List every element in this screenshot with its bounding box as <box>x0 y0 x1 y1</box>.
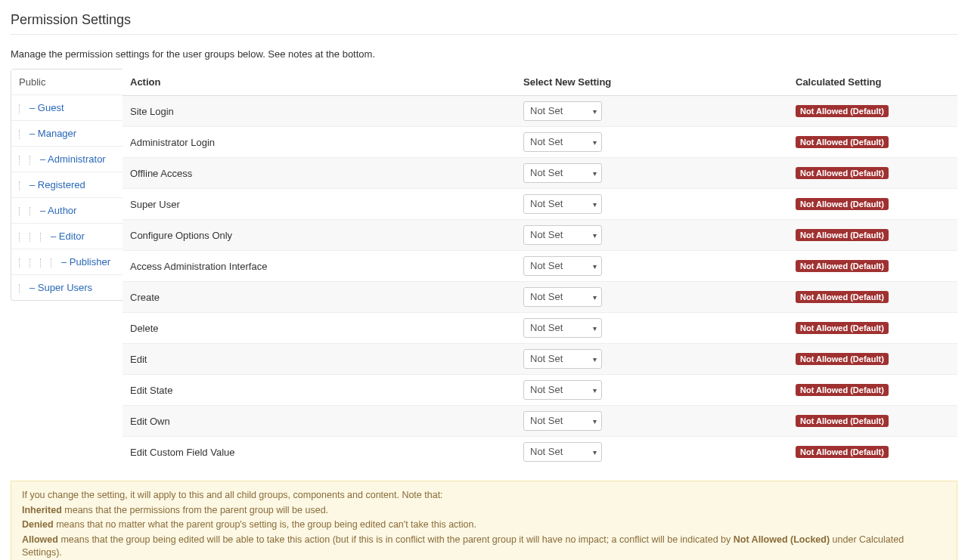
calc-cell: Not Allowed (Default) <box>788 406 957 437</box>
status-badge: Not Allowed (Default) <box>796 415 889 427</box>
calc-cell: Not Allowed (Default) <box>788 375 957 406</box>
group-tab[interactable]: – Registered <box>11 172 123 197</box>
permission-select[interactable]: Not SetInheritedAllowedDenied <box>523 256 602 276</box>
action-cell: Access Administration Interface <box>123 251 516 282</box>
permission-select[interactable]: Not SetInheritedAllowedDenied <box>523 163 602 183</box>
notes-line-denied: Denied means that no matter what the par… <box>22 518 946 532</box>
calc-cell: Not Allowed (Default) <box>788 251 957 282</box>
table-row: Administrator LoginNot SetInheritedAllow… <box>123 127 957 158</box>
permission-select[interactable]: Not SetInheritedAllowedDenied <box>523 442 602 462</box>
table-row: Offline AccessNot SetInheritedAllowedDen… <box>123 158 957 189</box>
table-row: CreateNot SetInheritedAllowedDeniedNot A… <box>123 282 957 313</box>
status-badge: Not Allowed (Default) <box>796 353 889 365</box>
group-tab[interactable]: – Guest <box>11 95 123 120</box>
group-tab[interactable]: – Publisher <box>11 249 123 274</box>
table-row: Configure Options OnlyNot SetInheritedAl… <box>123 220 957 251</box>
calc-cell: Not Allowed (Default) <box>788 282 957 313</box>
indent-marker <box>29 233 36 242</box>
status-badge: Not Allowed (Default) <box>796 136 889 148</box>
select-cell: Not SetInheritedAllowedDenied <box>516 96 788 127</box>
group-tab-label: – Administrator <box>40 153 106 165</box>
action-cell: Edit <box>123 344 516 375</box>
status-badge: Not Allowed (Default) <box>796 260 889 272</box>
indent-marker <box>51 258 57 268</box>
permission-select[interactable]: Not SetInheritedAllowedDenied <box>523 380 602 400</box>
permissions-panel: Public– Guest– Manager– Administrator– R… <box>11 69 957 467</box>
group-tab[interactable]: – Author <box>11 198 123 223</box>
calc-cell: Not Allowed (Default) <box>788 313 957 344</box>
action-cell: Edit State <box>123 375 516 406</box>
action-cell: Offline Access <box>123 158 516 189</box>
calc-cell: Not Allowed (Default) <box>788 344 957 375</box>
indent-marker <box>29 258 36 268</box>
indent-marker <box>40 233 46 242</box>
table-row: Site LoginNot SetInheritedAllowedDeniedN… <box>123 96 957 127</box>
calc-cell: Not Allowed (Default) <box>788 220 957 251</box>
group-tab[interactable]: – Editor <box>11 224 123 249</box>
select-cell: Not SetInheritedAllowedDenied <box>516 375 788 406</box>
status-badge: Not Allowed (Default) <box>796 167 889 179</box>
select-cell: Not SetInheritedAllowedDenied <box>516 437 788 468</box>
select-cell: Not SetInheritedAllowedDenied <box>516 251 788 282</box>
group-tab-label: – Guest <box>29 102 64 113</box>
status-badge: Not Allowed (Default) <box>796 384 889 396</box>
calc-cell: Not Allowed (Default) <box>788 189 957 220</box>
select-cell: Not SetInheritedAllowedDenied <box>516 220 788 251</box>
permission-select[interactable]: Not SetInheritedAllowedDenied <box>523 132 602 152</box>
group-tab-label: – Editor <box>51 230 85 242</box>
group-tab[interactable]: – Administrator <box>11 147 123 172</box>
permission-select[interactable]: Not SetInheritedAllowedDenied <box>523 411 602 431</box>
action-cell: Administrator Login <box>123 127 516 158</box>
permission-select[interactable]: Not SetInheritedAllowedDenied <box>523 349 602 369</box>
status-badge: Not Allowed (Default) <box>796 198 889 210</box>
indent-marker <box>19 104 25 113</box>
indent-marker <box>19 207 25 216</box>
group-tab[interactable]: Public <box>11 70 123 94</box>
action-cell: Edit Custom Field Value <box>123 437 516 468</box>
action-cell: Edit Own <box>123 406 516 437</box>
page-title: Permission Settings <box>11 12 957 35</box>
indent-marker <box>19 181 25 190</box>
col-header-action: Action <box>123 69 516 96</box>
group-tab-label: – Author <box>40 205 76 216</box>
group-tab-label: – Registered <box>29 179 85 190</box>
select-cell: Not SetInheritedAllowedDenied <box>516 189 788 220</box>
group-tab[interactable]: – Super Users <box>11 275 123 300</box>
indent-marker <box>29 156 36 165</box>
indent-marker <box>19 233 25 242</box>
select-cell: Not SetInheritedAllowedDenied <box>516 344 788 375</box>
status-badge: Not Allowed (Default) <box>796 105 889 117</box>
group-tab[interactable]: – Manager <box>11 121 123 146</box>
select-cell: Not SetInheritedAllowedDenied <box>516 127 788 158</box>
group-tab-label: – Super Users <box>29 282 92 293</box>
table-row: Edit OwnNot SetInheritedAllowedDeniedNot… <box>123 406 957 437</box>
select-cell: Not SetInheritedAllowedDenied <box>516 313 788 344</box>
permission-select[interactable]: Not SetInheritedAllowedDenied <box>523 225 602 245</box>
calc-cell: Not Allowed (Default) <box>788 158 957 189</box>
notes-line-inherited: Inherited means that the permissions fro… <box>22 504 946 518</box>
group-tab-label: – Publisher <box>61 256 110 268</box>
table-row: DeleteNot SetInheritedAllowedDeniedNot A… <box>123 313 957 344</box>
select-cell: Not SetInheritedAllowedDenied <box>516 282 788 313</box>
table-row: Super UserNot SetInheritedAllowedDeniedN… <box>123 189 957 220</box>
status-badge: Not Allowed (Default) <box>796 291 889 303</box>
group-tabs: Public– Guest– Manager– Administrator– R… <box>11 69 123 301</box>
permission-select[interactable]: Not SetInheritedAllowedDenied <box>523 101 602 121</box>
select-cell: Not SetInheritedAllowedDenied <box>516 406 788 437</box>
notes-line-intro: If you change the setting, it will apply… <box>22 489 946 503</box>
col-header-select: Select New Setting <box>516 69 788 96</box>
status-badge: Not Allowed (Default) <box>796 229 889 241</box>
action-cell: Delete <box>123 313 516 344</box>
calc-cell: Not Allowed (Default) <box>788 437 957 468</box>
indent-marker <box>19 156 25 165</box>
indent-marker <box>19 284 25 293</box>
permission-select[interactable]: Not SetInheritedAllowedDenied <box>523 194 602 214</box>
indent-marker <box>19 130 25 139</box>
permission-select[interactable]: Not SetInheritedAllowedDenied <box>523 318 602 338</box>
permission-select[interactable]: Not SetInheritedAllowedDenied <box>523 287 602 307</box>
table-row: EditNot SetInheritedAllowedDeniedNot All… <box>123 344 957 375</box>
indent-marker <box>40 258 46 268</box>
notes-box: If you change the setting, it will apply… <box>11 481 957 560</box>
indent-marker <box>19 258 25 268</box>
action-cell: Configure Options Only <box>123 220 516 251</box>
